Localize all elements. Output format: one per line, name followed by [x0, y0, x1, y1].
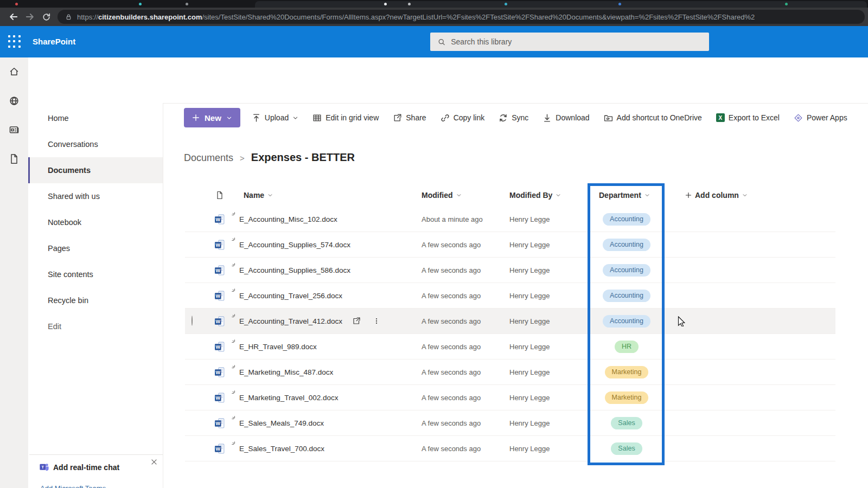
- new-button[interactable]: New: [184, 108, 240, 127]
- upload-icon: [252, 113, 261, 123]
- sidebar-item-pages[interactable]: Pages: [28, 235, 163, 261]
- row-select-radio[interactable]: [192, 316, 193, 326]
- table-row[interactable]: W E_Accounting_Supplies_586.docx A few s…: [185, 258, 835, 283]
- add-column-button[interactable]: Add column: [665, 191, 835, 200]
- new-item-sparkle-icon: [232, 390, 238, 396]
- toolbar-edit-in-grid-view[interactable]: Edit in grid view: [312, 113, 379, 123]
- modified-value: A few seconds ago: [411, 317, 500, 325]
- powerapps-icon: [794, 113, 803, 123]
- toolbar-add-shortcut-to-onedrive[interactable]: Add shortcut to OneDrive: [604, 113, 702, 123]
- table-row[interactable]: W E_Marketing_Travel_002.docx A few seco…: [185, 385, 835, 410]
- share-icon[interactable]: [352, 317, 361, 325]
- sidebar-item-notebook[interactable]: Notebook: [28, 209, 163, 235]
- tab-favicon-dot: [408, 3, 411, 5]
- close-icon[interactable]: [149, 457, 159, 467]
- download-icon: [542, 113, 552, 123]
- file-name[interactable]: E_Marketing_Travel_002.docx: [239, 394, 339, 402]
- svg-text:W: W: [215, 395, 220, 401]
- table-row[interactable]: W E_HR_Travel_989.docx A few seconds ago…: [185, 334, 835, 359]
- library-search-box[interactable]: [430, 33, 709, 51]
- file-name[interactable]: E_Marketing_Misc_487.docx: [239, 368, 333, 376]
- table-row[interactable]: W E_Sales_Travel_700.docx A few seconds …: [185, 436, 835, 461]
- sidebar-item-home[interactable]: Home: [28, 105, 163, 131]
- browser-tab-strip[interactable]: [0, 0, 868, 8]
- modified-by-value: Henry Legge: [500, 368, 589, 376]
- new-item-sparkle-icon: [232, 416, 238, 422]
- department-badge: Accounting: [603, 264, 650, 277]
- svg-text:W: W: [215, 217, 220, 222]
- toolbar-export-to-excel[interactable]: XExport to Excel: [716, 113, 780, 122]
- modified-value: A few seconds ago: [411, 292, 500, 300]
- browser-refresh-button[interactable]: [38, 9, 54, 24]
- breadcrumb-parent[interactable]: Documents: [184, 152, 233, 164]
- toolbar-power-apps[interactable]: Power Apps: [794, 113, 847, 123]
- home-icon[interactable]: [9, 66, 20, 77]
- modified-value: A few seconds ago: [411, 343, 500, 351]
- browser-forward-button[interactable]: [22, 9, 38, 24]
- table-row[interactable]: W E_Accounting_Supplies_574.docx A few s…: [185, 232, 835, 258]
- browser-active-tab[interactable]: [255, 1, 867, 8]
- app-name: SharePoint: [33, 26, 75, 57]
- file-type-column-icon[interactable]: [208, 191, 232, 200]
- table-row[interactable]: W E_Marketing_Misc_487.docx A few second…: [185, 359, 835, 385]
- svg-text:W: W: [215, 421, 220, 426]
- file-name[interactable]: E_HR_Travel_989.docx: [239, 343, 317, 351]
- department-badge: Accounting: [603, 239, 650, 251]
- file-name[interactable]: E_Accounting_Supplies_586.docx: [239, 266, 350, 274]
- word-file-icon: W: [214, 316, 226, 327]
- sidebar-item-site-contents[interactable]: Site contents: [28, 261, 163, 287]
- modified-by-value: Henry Legge: [500, 445, 589, 453]
- toolbar-share[interactable]: Share: [393, 113, 426, 123]
- svg-text:W: W: [215, 268, 220, 273]
- document-icon[interactable]: [9, 153, 20, 164]
- modified-by-value: Henry Legge: [500, 343, 589, 351]
- modified-by-value: Henry Legge: [500, 419, 589, 427]
- add-chat-promo[interactable]: T Add real-time chat: [39, 462, 119, 472]
- department-badge: Accounting: [603, 315, 650, 328]
- plus-icon: [685, 192, 692, 198]
- file-name[interactable]: E_Sales_Meals_749.docx: [239, 419, 324, 427]
- chevron-down-icon: [456, 192, 462, 198]
- file-name[interactable]: E_Accounting_Supplies_574.docx: [239, 241, 350, 249]
- news-icon[interactable]: [9, 124, 20, 135]
- sidebar-item-conversations[interactable]: Conversations: [28, 131, 163, 157]
- tab-favicon-dot: [139, 3, 142, 5]
- document-library-main: New UploadEdit in grid viewShareCopy lin…: [163, 103, 868, 488]
- browser-toolbar: https://citizenbuilders.sharepoint.com/s…: [0, 8, 868, 26]
- table-row[interactable]: W E_Accounting_Misc_102.docx About a min…: [185, 207, 835, 232]
- sidebar-item-recycle-bin[interactable]: Recycle bin: [28, 287, 163, 313]
- column-header-modified-by[interactable]: Modified By: [500, 191, 589, 200]
- column-header-name[interactable]: Name: [232, 191, 411, 200]
- sidebar-item-documents[interactable]: Documents: [28, 157, 163, 183]
- toolbar-download[interactable]: Download: [542, 113, 589, 123]
- column-header-department[interactable]: Department: [589, 191, 665, 200]
- browser-back-button[interactable]: [5, 9, 22, 24]
- file-name[interactable]: E_Accounting_Travel_412.docx: [239, 317, 342, 325]
- add-teams-link[interactable]: Add Microsoft Teams: [40, 484, 106, 488]
- toolbar-copy-link[interactable]: Copy link: [441, 113, 485, 123]
- table-row[interactable]: W E_Accounting_Travel_256.docx A few sec…: [185, 283, 835, 309]
- file-name[interactable]: E_Sales_Travel_700.docx: [239, 445, 324, 453]
- url-bar[interactable]: https://citizenbuilders.sharepoint.com/s…: [58, 10, 865, 24]
- sidebar-item-edit[interactable]: Edit: [28, 313, 163, 339]
- file-name[interactable]: E_Accounting_Misc_102.docx: [239, 215, 337, 223]
- toolbar-sync[interactable]: Sync: [499, 113, 528, 123]
- table-header: Name Modified Modified By Department Add…: [185, 183, 835, 207]
- department-badge: Sales: [611, 417, 642, 429]
- app-launcher-icon[interactable]: [7, 34, 22, 49]
- table-row[interactable]: W E_Accounting_Travel_412.docx A few sec…: [185, 309, 835, 334]
- table-row[interactable]: W E_Sales_Meals_749.docx A few seconds a…: [185, 410, 835, 436]
- globe-icon[interactable]: [9, 95, 20, 106]
- column-header-modified[interactable]: Modified: [411, 191, 500, 200]
- word-file-icon: W: [214, 418, 226, 429]
- modified-value: A few seconds ago: [411, 419, 500, 427]
- more-options-icon[interactable]: [373, 317, 380, 325]
- word-file-icon: W: [214, 214, 226, 225]
- sidebar-item-shared-with-us[interactable]: Shared with us: [28, 183, 163, 209]
- search-input[interactable]: [451, 37, 701, 46]
- modified-by-value: Henry Legge: [500, 317, 589, 325]
- toolbar-upload[interactable]: Upload: [252, 113, 298, 123]
- file-name[interactable]: E_Accounting_Travel_256.docx: [239, 292, 342, 300]
- excel-icon: X: [716, 113, 725, 122]
- word-file-icon: W: [214, 239, 226, 251]
